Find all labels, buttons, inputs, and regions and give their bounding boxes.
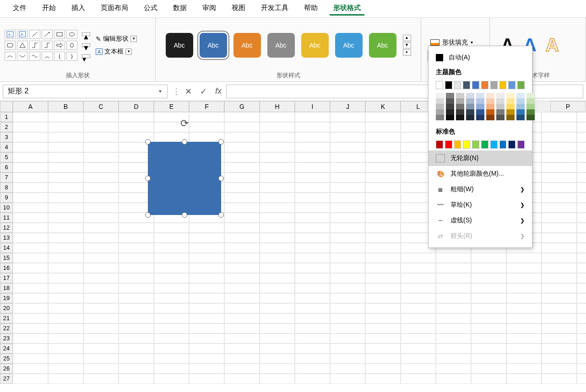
cell[interactable] <box>83 243 119 253</box>
cell[interactable] <box>13 253 48 263</box>
cell[interactable] <box>224 283 260 293</box>
menu-insert[interactable]: 插入 <box>68 2 89 16</box>
cell[interactable] <box>436 313 471 323</box>
cell[interactable] <box>13 122 48 132</box>
cell[interactable] <box>542 323 577 333</box>
col-header[interactable]: G <box>224 101 260 112</box>
cell[interactable] <box>577 193 586 203</box>
cell[interactable] <box>224 213 260 223</box>
style-swatch-1[interactable]: Abc <box>200 33 227 58</box>
cell[interactable] <box>577 364 586 374</box>
cell[interactable] <box>330 122 365 132</box>
cell[interactable] <box>577 142 586 152</box>
cell[interactable] <box>189 233 224 243</box>
cell[interactable] <box>365 313 401 323</box>
cell[interactable] <box>542 293 577 303</box>
cell[interactable] <box>260 273 295 283</box>
cell[interactable] <box>224 374 260 384</box>
cell[interactable] <box>471 374 506 384</box>
row-header[interactable]: 17 <box>0 273 13 283</box>
theme-shade-swatch[interactable] <box>476 93 484 98</box>
cell[interactable] <box>542 273 577 283</box>
resize-handle-n[interactable] <box>182 139 187 145</box>
row-header[interactable]: 6 <box>0 162 13 172</box>
cell[interactable] <box>401 364 436 374</box>
theme-shade-swatch[interactable] <box>466 115 474 120</box>
cell[interactable] <box>48 112 83 122</box>
theme-color-swatch[interactable] <box>481 81 488 89</box>
row-header[interactable]: 27 <box>0 374 13 384</box>
cell[interactable] <box>83 112 119 122</box>
shapes-gallery-more[interactable]: ▾ <box>82 54 90 58</box>
resize-handle-nw[interactable] <box>145 139 151 145</box>
cell[interactable] <box>401 333 436 344</box>
cell[interactable] <box>13 142 48 152</box>
menu-file[interactable]: 文件 <box>9 2 30 16</box>
cell[interactable] <box>471 283 506 293</box>
cell[interactable] <box>577 243 586 253</box>
cell[interactable] <box>577 354 586 364</box>
cell[interactable] <box>295 193 330 203</box>
cell[interactable] <box>154 323 189 333</box>
cell[interactable] <box>365 223 401 233</box>
cell[interactable] <box>83 203 119 213</box>
theme-shade-swatch[interactable] <box>486 109 494 115</box>
cell[interactable] <box>189 333 224 344</box>
cell[interactable] <box>542 122 577 132</box>
cell[interactable] <box>365 303 401 313</box>
cell[interactable] <box>330 193 365 203</box>
cell[interactable] <box>13 132 48 142</box>
cell[interactable] <box>365 183 401 193</box>
cell[interactable] <box>13 183 48 193</box>
theme-shade-swatch[interactable] <box>526 104 535 109</box>
cell[interactable] <box>224 344 260 354</box>
cell[interactable] <box>260 333 295 344</box>
shape-line-icon[interactable] <box>29 30 40 39</box>
theme-shade-swatch[interactable] <box>516 93 525 98</box>
cell[interactable] <box>365 152 401 162</box>
cell[interactable] <box>189 303 224 313</box>
theme-shade-swatch[interactable] <box>476 98 484 104</box>
cell[interactable] <box>83 303 119 313</box>
cell[interactable] <box>224 132 260 142</box>
resize-handle-sw[interactable] <box>145 212 151 218</box>
cell[interactable] <box>83 183 119 193</box>
col-header[interactable]: F <box>189 101 224 112</box>
cell[interactable] <box>13 243 48 253</box>
cell[interactable] <box>471 313 506 323</box>
cell[interactable] <box>365 364 401 374</box>
cell[interactable] <box>365 283 401 293</box>
cell[interactable] <box>224 142 260 152</box>
cell[interactable] <box>506 354 542 364</box>
cell[interactable] <box>83 223 119 233</box>
cell[interactable] <box>224 172 260 183</box>
cell[interactable] <box>330 172 365 183</box>
cell[interactable] <box>401 313 436 323</box>
cell[interactable] <box>224 323 260 333</box>
cell[interactable] <box>365 112 401 122</box>
cell[interactable] <box>365 162 401 172</box>
cell[interactable] <box>48 183 83 193</box>
cell[interactable] <box>189 364 224 374</box>
cell[interactable] <box>506 263 542 273</box>
theme-shade-swatch[interactable] <box>496 115 505 120</box>
selected-shape[interactable]: ⟳ <box>146 140 223 217</box>
menu-help[interactable]: 帮助 <box>300 2 321 16</box>
cell[interactable] <box>119 283 154 293</box>
cell[interactable] <box>365 172 401 183</box>
cell[interactable] <box>119 293 154 303</box>
cell[interactable] <box>189 313 224 323</box>
cell[interactable] <box>365 344 401 354</box>
cell[interactable] <box>330 233 365 243</box>
cell[interactable] <box>224 233 260 243</box>
cell[interactable] <box>224 303 260 313</box>
outline-dashes-item[interactable]: ┄ 虚线(S) ❯ <box>429 213 532 228</box>
cell[interactable] <box>260 263 295 273</box>
cell[interactable] <box>48 364 83 374</box>
theme-shade-swatch[interactable] <box>486 93 494 98</box>
cell[interactable] <box>154 333 189 344</box>
theme-shade-swatch[interactable] <box>466 109 474 115</box>
cell[interactable] <box>506 374 542 384</box>
row-header[interactable]: 24 <box>0 344 13 354</box>
cell[interactable] <box>13 313 48 323</box>
